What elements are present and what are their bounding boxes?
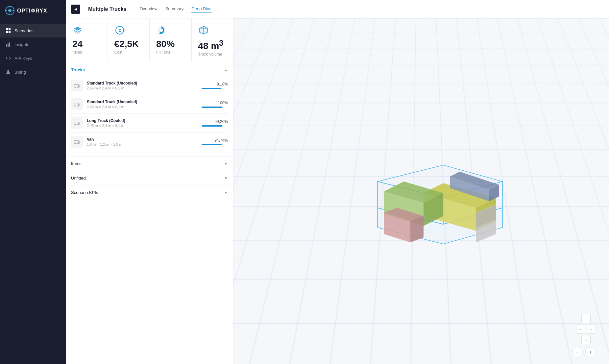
svg-rect-7 [9, 28, 11, 30]
sidebar-item-api-keys-label: API Keys [14, 56, 32, 61]
svg-rect-29 [74, 122, 79, 125]
svg-rect-10 [6, 44, 7, 47]
nav-down-button[interactable]: ↓ [581, 335, 591, 344]
stat-truck-volume: 48 m3 Truck Volume [192, 18, 233, 62]
truck-icon-0 [71, 80, 83, 91]
sidebar-item-insights[interactable]: Insights [0, 37, 66, 51]
chevron-down-icon-2: ▼ [224, 176, 228, 181]
truck-3d-model [358, 155, 522, 262]
user-icon [5, 69, 11, 75]
trucks-collapse-button[interactable]: ▲ [224, 68, 228, 72]
progress-fill [202, 107, 223, 108]
svg-point-27 [75, 106, 76, 107]
truck-info: Van 1,6 m × 1,2 m × 1,9 m [87, 137, 198, 146]
truck-list: Standard Truck (Uncooled) 2,65 m × 2,4 m… [71, 76, 228, 151]
accordion-items[interactable]: Items ▼ [66, 156, 233, 171]
stat-fill-value: 80% [156, 39, 185, 49]
logo-text: OPTI⚙RYX [17, 8, 47, 14]
zoom-in-button[interactable]: + [585, 347, 596, 357]
svg-point-13 [7, 70, 9, 72]
trucks-panel: Trucks ▲ Standard Truck (Uncooled) 2,65 … [66, 62, 233, 156]
header-tabs: Overview Summary Deep Dive [139, 5, 211, 13]
svg-rect-30 [79, 123, 80, 125]
svg-rect-8 [6, 31, 8, 33]
stat-items: 24 Items [66, 18, 108, 62]
truck-dims: 2,65 m × 2,4 m × 6,1 m [87, 86, 198, 90]
progress-fill [202, 88, 221, 89]
progress-bar [202, 107, 223, 108]
header: ◀ Multiple Trucks Overview Summary Deep … [66, 0, 609, 18]
svg-rect-11 [8, 43, 9, 47]
sidebar-toggle[interactable]: ◀ [71, 5, 80, 14]
svg-rect-33 [74, 141, 79, 143]
stat-items-value: 24 [72, 39, 101, 49]
svg-point-31 [75, 124, 76, 125]
svg-rect-22 [79, 85, 80, 87]
nav-left-button[interactable]: ← [576, 325, 585, 334]
sidebar: OPTI⚙RYX Scenarios Insight [0, 0, 66, 364]
viewport-3d[interactable]: ↑ ← → ↓ − + [233, 18, 609, 364]
stat-items-label: Items [72, 50, 101, 55]
truck-dims: 2,65 m × 2,4 m × 6,1 m [87, 105, 198, 109]
stat-cost-label: Cost [114, 50, 143, 55]
truck-pct: 91,8% [202, 82, 228, 86]
accordion-kpis[interactable]: Scenario KPIs ▼ [66, 185, 233, 200]
progress-bar [202, 88, 223, 89]
layers-icon [72, 25, 83, 36]
navigation-controls: ↑ ← → ↓ [576, 314, 596, 344]
zoom-out-button[interactable]: − [572, 347, 583, 357]
bar-chart-icon [5, 41, 11, 47]
truck-name: Van [87, 137, 198, 142]
main-content: ◀ Multiple Trucks Overview Summary Deep … [66, 0, 609, 364]
nav-up-button[interactable]: ↑ [581, 314, 591, 323]
truck-item[interactable]: Van 1,6 m × 1,2 m × 1,9 m 94,74% [71, 133, 228, 151]
stat-cost: € €2,5K Cost [108, 18, 150, 62]
accordion-unfitted[interactable]: Unfitted ▼ [66, 171, 233, 185]
sidebar-item-insights-label: Insights [14, 42, 29, 47]
truck-item[interactable]: Long Truck (Cooled) 2,45 m × 2,4 m × 8,1… [71, 114, 228, 133]
svg-rect-25 [74, 103, 79, 106]
sidebar-item-billing-label: Billing [14, 70, 26, 75]
progress-fill [202, 125, 223, 127]
chevron-down-icon-3: ▼ [224, 190, 228, 195]
truck-info: Long Truck (Cooled) 2,45 m × 2,4 m × 8,1… [87, 118, 198, 128]
truck-item[interactable]: Standard Truck (Uncooled) 2,65 m × 2,4 m… [71, 76, 228, 95]
svg-rect-9 [9, 31, 11, 33]
sidebar-item-scenarios-label: Scenarios [14, 28, 34, 33]
truck-name: Standard Truck (Uncooled) [87, 81, 198, 85]
accordion-items-label: Items [71, 161, 82, 166]
tab-overview[interactable]: Overview [139, 5, 157, 13]
truck-pct: 99,26% [202, 119, 228, 124]
svg-point-17 [160, 29, 163, 32]
truck-dims: 2,45 m × 2,4 m × 8,1 m [87, 124, 198, 128]
accordion-unfitted-label: Unfitted [71, 176, 86, 181]
page-title: Multiple Trucks [88, 6, 126, 12]
truck-icon-2 [71, 117, 83, 129]
svg-rect-26 [79, 104, 80, 106]
stat-volume-value: 48 m3 [198, 39, 227, 51]
stat-cost-value: €2,5K [114, 39, 143, 49]
svg-point-24 [78, 87, 79, 88]
sidebar-item-api-keys[interactable]: API Keys [0, 51, 66, 65]
truck-pct-wrap: 100% [202, 101, 228, 108]
zoom-controls: − + [572, 347, 596, 357]
stats-row: 24 Items € €2,5K Cost [66, 18, 233, 62]
cube-icon [198, 25, 209, 36]
truck-info: Standard Truck (Uncooled) 2,65 m × 2,4 m… [87, 100, 198, 109]
truck-icon-3 [71, 136, 83, 148]
truck-name: Standard Truck (Uncooled) [87, 100, 198, 104]
stat-fill-rate: 80% Fill Rate [150, 18, 192, 62]
progress-bar [202, 125, 223, 127]
truck-dims: 1,6 m × 1,2 m × 1,9 m [87, 142, 198, 146]
truck-item[interactable]: Standard Truck (Uncooled) 2,65 m × 2,4 m… [71, 95, 228, 114]
sidebar-item-scenarios[interactable]: Scenarios [0, 24, 66, 37]
nav-right-button[interactable]: → [587, 325, 596, 334]
content-area: 24 Items € €2,5K Cost [66, 18, 609, 364]
sidebar-item-billing[interactable]: Billing [0, 65, 66, 79]
svg-point-36 [78, 143, 79, 144]
tab-summary[interactable]: Summary [165, 5, 184, 13]
tab-deep-dive[interactable]: Deep Dive [191, 5, 211, 13]
svg-point-28 [78, 106, 79, 107]
svg-rect-21 [74, 85, 79, 87]
sidebar-nav: Scenarios Insights API Keys [0, 21, 66, 364]
